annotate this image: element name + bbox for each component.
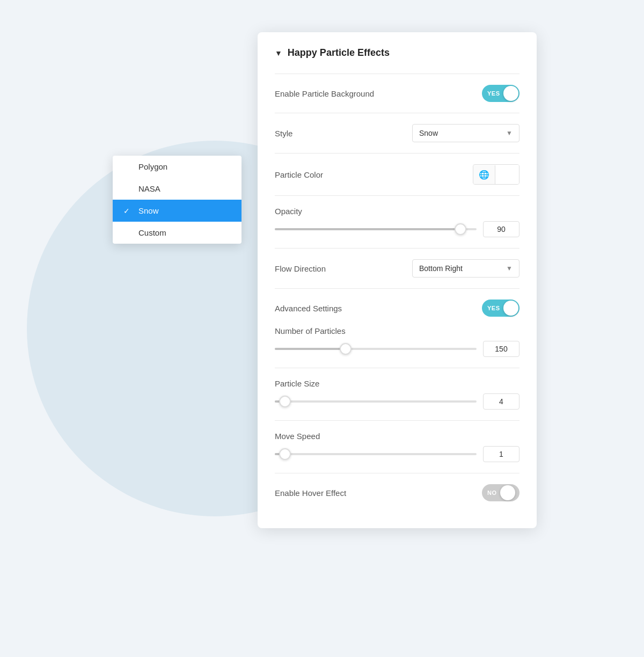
flow-direction-row: Flow Direction Bottom Right ▼ <box>275 259 519 278</box>
particle-size-section: Particle Size 4 <box>275 379 519 410</box>
divider-5 <box>275 288 519 289</box>
particle-size-value[interactable]: 4 <box>483 393 519 410</box>
enable-particle-bg-row: Enable Particle Background YES <box>275 85 519 102</box>
opacity-slider-thumb[interactable] <box>455 223 466 235</box>
advanced-settings-knob <box>503 301 518 316</box>
move-speed-section: Move Speed 1 <box>275 432 519 462</box>
enable-hover-toggle-label: NO <box>487 490 497 496</box>
move-speed-slider-thumb[interactable] <box>279 448 291 460</box>
move-speed-label: Move Speed <box>275 432 519 441</box>
checkmark-custom <box>123 229 133 237</box>
flow-direction-chevron-icon: ▼ <box>506 265 513 272</box>
collapse-arrow-icon[interactable]: ▼ <box>275 49 282 57</box>
enable-hover-row: Enable Hover Effect NO <box>275 484 519 501</box>
divider-7 <box>275 420 519 421</box>
dropdown-label-nasa: NASA <box>138 184 160 193</box>
num-particles-slider-track[interactable] <box>275 348 477 350</box>
advanced-settings-toggle-label: YES <box>487 305 500 311</box>
advanced-settings-toggle[interactable]: YES <box>482 300 519 317</box>
divider-8 <box>275 473 519 473</box>
style-value: Snow <box>419 129 438 137</box>
divider-4 <box>275 248 519 249</box>
num-particles-value[interactable]: 150 <box>483 341 519 357</box>
settings-panel: ▼ Happy Particle Effects Enable Particle… <box>258 32 537 528</box>
flow-direction-value: Bottom Right <box>419 264 463 273</box>
flow-direction-select[interactable]: Bottom Right ▼ <box>412 259 519 278</box>
enable-hover-toggle[interactable]: NO <box>482 484 519 501</box>
num-particles-label: Number of Particles <box>275 326 519 335</box>
divider-1 <box>275 113 519 113</box>
opacity-label: Opacity <box>275 207 519 216</box>
checkmark-nasa <box>123 185 133 193</box>
dropdown-label-polygon: Polygon <box>138 162 167 171</box>
move-speed-slider-track[interactable] <box>275 453 477 455</box>
enable-particle-bg-toggle[interactable]: YES <box>482 85 519 102</box>
enable-particle-bg-label: Enable Particle Background <box>275 89 374 98</box>
style-row: Style Snow ▼ <box>275 124 519 142</box>
move-speed-slider-row: 1 <box>275 446 519 462</box>
panel-header: ▼ Happy Particle Effects <box>275 47 519 59</box>
divider-6 <box>275 368 519 368</box>
checkmark-polygon <box>123 163 133 171</box>
opacity-slider-track[interactable] <box>275 228 477 230</box>
opacity-slider-fill <box>275 228 460 230</box>
particle-size-slider-thumb[interactable] <box>279 396 291 407</box>
divider-top <box>275 74 519 74</box>
num-particles-slider-fill <box>275 348 346 350</box>
opacity-section: Opacity 90 <box>275 207 519 237</box>
num-particles-section: Number of Particles 150 <box>275 326 519 357</box>
dropdown-item-nasa[interactable]: NASA <box>113 178 241 200</box>
divider-3 <box>275 195 519 196</box>
color-picker-globe-icon[interactable]: 🌐 <box>473 165 495 184</box>
dropdown-label-snow: Snow <box>138 206 159 215</box>
move-speed-value[interactable]: 1 <box>483 446 519 462</box>
divider-2 <box>275 153 519 154</box>
dropdown-item-snow[interactable]: ✓ Snow <box>113 200 241 222</box>
opacity-slider-row: 90 <box>275 221 519 237</box>
particle-size-label: Particle Size <box>275 379 519 388</box>
particle-color-row: Particle Color 🌐 <box>275 164 519 185</box>
advanced-settings-label: Advanced Settings <box>275 304 342 313</box>
color-picker[interactable]: 🌐 <box>473 164 519 185</box>
panel-title: Happy Particle Effects <box>288 47 390 59</box>
particle-color-label: Particle Color <box>275 170 323 179</box>
dropdown-item-custom[interactable]: Custom <box>113 222 241 244</box>
enable-hover-knob <box>500 485 515 500</box>
style-select[interactable]: Snow ▼ <box>412 124 519 142</box>
flow-direction-label: Flow Direction <box>275 264 326 273</box>
color-swatch[interactable] <box>495 165 519 184</box>
enable-particle-bg-toggle-label: YES <box>487 90 500 97</box>
dropdown-label-custom: Custom <box>138 228 166 237</box>
enable-particle-bg-knob <box>503 86 518 101</box>
style-dropdown-menu[interactable]: Polygon NASA ✓ Snow Custom <box>113 156 241 244</box>
enable-hover-label: Enable Hover Effect <box>275 488 346 498</box>
dropdown-item-polygon[interactable]: Polygon <box>113 156 241 178</box>
particle-size-slider-row: 4 <box>275 393 519 410</box>
num-particles-slider-thumb[interactable] <box>340 343 352 355</box>
checkmark-snow: ✓ <box>123 207 133 215</box>
opacity-value[interactable]: 90 <box>483 221 519 237</box>
advanced-settings-row: Advanced Settings YES <box>275 300 519 317</box>
style-chevron-icon: ▼ <box>506 129 513 137</box>
style-label: Style <box>275 129 292 138</box>
particle-size-slider-track[interactable] <box>275 400 477 403</box>
num-particles-slider-row: 150 <box>275 341 519 357</box>
